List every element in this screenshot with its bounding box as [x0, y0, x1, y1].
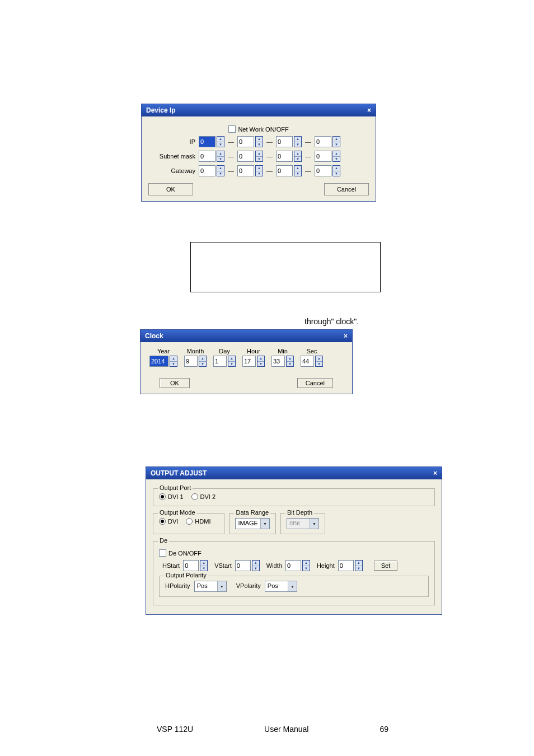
- arrow-up-icon[interactable]: ▲: [256, 151, 263, 157]
- spinner-input[interactable]: [199, 136, 216, 147]
- arrow-down-icon[interactable]: ▼: [257, 362, 264, 367]
- cancel-button[interactable]: Cancel: [297, 378, 333, 388]
- arrow-down-icon[interactable]: ▼: [228, 362, 235, 367]
- spinner[interactable]: ▲▼: [315, 136, 340, 147]
- output-port-radio[interactable]: DVI 1: [159, 493, 184, 500]
- arrow-up-icon[interactable]: ▲: [333, 166, 340, 171]
- arrow-up-icon[interactable]: ▲: [303, 561, 310, 566]
- spinner-input[interactable]: [271, 356, 285, 367]
- arrow-down-icon[interactable]: ▼: [200, 566, 207, 571]
- arrow-up-icon[interactable]: ▲: [333, 151, 340, 157]
- cancel-button[interactable]: Cancel: [324, 183, 369, 195]
- spinner[interactable]: ▲▼: [271, 356, 294, 367]
- arrow-up-icon[interactable]: ▲: [256, 166, 263, 171]
- arrow-down-icon[interactable]: ▼: [294, 171, 301, 176]
- spinner[interactable]: ▲▼: [237, 136, 263, 147]
- spinner[interactable]: ▲▼: [199, 165, 224, 176]
- spinner[interactable]: ▲▼: [199, 136, 224, 147]
- spinner-input[interactable]: [199, 151, 216, 162]
- arrow-down-icon[interactable]: ▼: [217, 157, 224, 162]
- spinner[interactable]: ▲▼: [315, 151, 340, 162]
- spinner[interactable]: ▲▼: [237, 151, 263, 162]
- spinner[interactable]: ▲▼: [301, 356, 323, 367]
- spinner[interactable]: ▲▼: [213, 356, 236, 367]
- arrow-down-icon[interactable]: ▼: [333, 142, 340, 147]
- arrow-up-icon[interactable]: ▲: [294, 166, 301, 171]
- arrow-up-icon[interactable]: ▲: [316, 356, 322, 362]
- arrow-down-icon[interactable]: ▼: [256, 157, 263, 162]
- arrow-down-icon[interactable]: ▼: [355, 566, 362, 571]
- arrow-up-icon[interactable]: ▲: [294, 151, 301, 157]
- close-icon[interactable]: ×: [433, 469, 437, 477]
- arrow-down-icon[interactable]: ▼: [170, 362, 177, 367]
- set-button[interactable]: Set: [374, 561, 398, 571]
- arrow-up-icon[interactable]: ▲: [355, 561, 362, 566]
- spinner-input[interactable]: [184, 356, 198, 367]
- ok-button[interactable]: OK: [160, 378, 190, 388]
- arrow-down-icon[interactable]: ▼: [333, 157, 340, 162]
- spinner-input[interactable]: [183, 560, 199, 571]
- spinner-input[interactable]: [276, 151, 293, 162]
- close-icon[interactable]: ×: [344, 332, 348, 340]
- arrow-down-icon[interactable]: ▼: [294, 157, 301, 162]
- vpolarity-select[interactable]: Pos ▼: [265, 581, 297, 592]
- arrow-up-icon[interactable]: ▲: [333, 137, 340, 142]
- spinner[interactable]: ▲▼: [199, 151, 224, 162]
- spinner-input[interactable]: [242, 356, 256, 367]
- arrow-up-icon[interactable]: ▲: [170, 356, 177, 362]
- spinner[interactable]: ▲▼: [235, 560, 260, 571]
- arrow-up-icon[interactable]: ▲: [199, 356, 206, 362]
- spinner[interactable]: ▲▼: [237, 165, 263, 176]
- spinner-input[interactable]: [237, 151, 254, 162]
- arrow-down-icon[interactable]: ▼: [333, 171, 340, 176]
- network-onoff-checkbox[interactable]: Net Work ON/OFF: [228, 125, 288, 133]
- arrow-down-icon[interactable]: ▼: [287, 362, 293, 367]
- spinner-input[interactable]: [315, 151, 331, 162]
- arrow-up-icon[interactable]: ▲: [294, 137, 301, 142]
- arrow-up-icon[interactable]: ▲: [200, 561, 207, 566]
- arrow-down-icon[interactable]: ▼: [294, 142, 301, 147]
- spinner-input[interactable]: [315, 136, 331, 147]
- spinner-input[interactable]: [338, 560, 354, 571]
- arrow-down-icon[interactable]: ▼: [316, 362, 322, 367]
- arrow-down-icon[interactable]: ▼: [217, 142, 224, 147]
- spinner[interactable]: ▲▼: [285, 560, 310, 571]
- output-mode-radio[interactable]: HDMI: [186, 518, 210, 525]
- arrow-down-icon[interactable]: ▼: [199, 362, 206, 367]
- spinner-input[interactable]: [276, 165, 293, 176]
- arrow-up-icon[interactable]: ▲: [217, 166, 224, 171]
- spinner-input[interactable]: [237, 165, 254, 176]
- spinner-input[interactable]: [235, 560, 251, 571]
- arrow-up-icon[interactable]: ▲: [257, 356, 264, 362]
- arrow-up-icon[interactable]: ▲: [256, 137, 263, 142]
- arrow-down-icon[interactable]: ▼: [256, 142, 263, 147]
- arrow-up-icon[interactable]: ▲: [287, 356, 293, 362]
- spinner[interactable]: ▲▼: [338, 560, 363, 571]
- spinner-input[interactable]: [237, 136, 254, 147]
- close-icon[interactable]: ×: [367, 106, 371, 114]
- spinner[interactable]: ▲▼: [183, 560, 208, 571]
- spinner-input[interactable]: [276, 136, 293, 147]
- spinner-input[interactable]: [213, 356, 227, 367]
- spinner[interactable]: ▲▼: [184, 356, 207, 367]
- spinner[interactable]: ▲▼: [276, 165, 302, 176]
- spinner-input[interactable]: [149, 356, 168, 367]
- spinner-input[interactable]: [199, 165, 216, 176]
- arrow-down-icon[interactable]: ▼: [217, 171, 224, 176]
- spinner[interactable]: ▲▼: [242, 356, 265, 367]
- arrow-up-icon[interactable]: ▲: [228, 356, 235, 362]
- arrow-down-icon[interactable]: ▼: [252, 566, 259, 571]
- arrow-up-icon[interactable]: ▲: [217, 151, 224, 157]
- spinner-input[interactable]: [285, 560, 301, 571]
- spinner[interactable]: ▲▼: [276, 136, 302, 147]
- spinner-input[interactable]: [301, 356, 314, 367]
- arrow-down-icon[interactable]: ▼: [303, 566, 310, 571]
- de-onoff-checkbox[interactable]: De ON/OFF: [159, 549, 202, 557]
- data-range-select[interactable]: IMAGE ▼: [235, 518, 269, 529]
- arrow-up-icon[interactable]: ▲: [252, 561, 259, 566]
- arrow-down-icon[interactable]: ▼: [256, 171, 263, 176]
- spinner[interactable]: ▲▼: [276, 151, 302, 162]
- spinner[interactable]: ▲▼: [315, 165, 340, 176]
- output-mode-radio[interactable]: DVI: [159, 518, 178, 525]
- output-port-radio[interactable]: DVI 2: [191, 493, 216, 500]
